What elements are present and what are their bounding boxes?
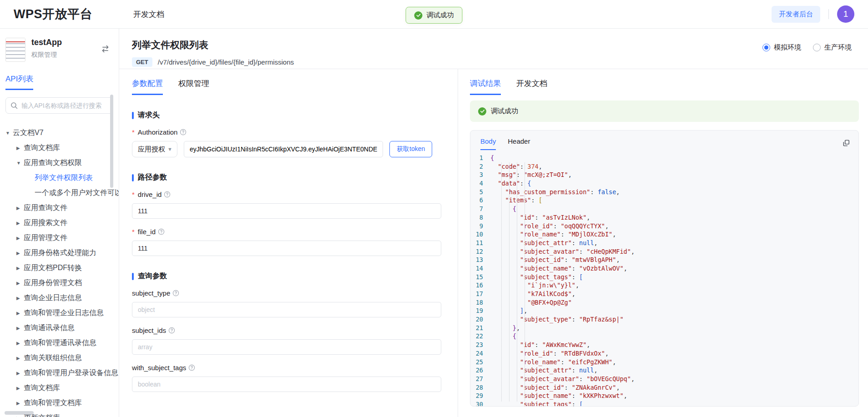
tab-debug-result[interactable]: 调试结果: [470, 78, 501, 95]
help-icon[interactable]: [180, 129, 187, 136]
response-json[interactable]: 1{2 "code": 374,3 "msg": "mcX@;zT=OI",4 …: [470, 150, 858, 406]
tree-item[interactable]: ▶应用文档PDF转换: [5, 261, 113, 276]
caret-right-icon[interactable]: ▶: [16, 371, 24, 376]
caret-right-icon[interactable]: ▶: [16, 311, 24, 316]
radio-dot-mock[interactable]: [762, 44, 770, 51]
caret-right-icon[interactable]: ▶: [16, 206, 24, 211]
tree-item-label: 应用身份管理文档: [24, 278, 82, 288]
radio-mock-env[interactable]: 模拟环境: [762, 43, 801, 52]
nav-dev-docs[interactable]: 开发文档: [133, 9, 164, 20]
tree-item[interactable]: ▼应用查询文档权限: [5, 156, 113, 171]
tree-item[interactable]: ▶查询和管理通讯录信息: [5, 336, 113, 351]
with_subject_tags-input[interactable]: [132, 377, 441, 392]
auth-type-select[interactable]: 应用授权 ▼: [132, 141, 177, 157]
line-number: 22: [470, 332, 490, 341]
code-text: "subject_type": "RpTfaz&sp|": [490, 315, 624, 324]
required-asterisk: *: [132, 228, 135, 236]
tree-item[interactable]: ▶查询和管理文档库: [5, 396, 113, 411]
line-number: 30: [470, 400, 490, 406]
subject_type-field: subject_type: [132, 289, 441, 317]
caret-down-icon[interactable]: ▼: [5, 131, 13, 136]
wps-logo[interactable]: WPS开放平台: [14, 6, 92, 22]
code-line: 19 ],: [470, 306, 858, 315]
code-text: "code": 374,: [490, 162, 542, 171]
tree-item[interactable]: ▶应用管理文件: [5, 231, 113, 246]
tree-item-label: 列举文件权限列表: [35, 173, 93, 183]
tree-item[interactable]: ▶应用身份管理文档: [5, 276, 113, 291]
caret-right-icon[interactable]: ▶: [16, 356, 24, 361]
tab-body[interactable]: Body: [480, 137, 496, 150]
sidebar-vertical-scrollbar[interactable]: [110, 95, 113, 188]
field-label: subject_ids: [132, 327, 166, 334]
tree-item[interactable]: 列举文件权限列表: [5, 171, 113, 186]
debug-result-panel: 调试结果 开发文档 调试成功 Body Header: [458, 69, 868, 417]
environment-switch: 模拟环境 生产环境: [762, 43, 852, 52]
caret-right-icon[interactable]: ▶: [16, 281, 24, 286]
avatar[interactable]: 1: [837, 5, 854, 23]
response-view-tabs: Body Header: [480, 137, 530, 150]
tree-item-label: 应用查询文件: [24, 203, 67, 213]
radio-prod-env[interactable]: 生产环境: [813, 43, 852, 52]
tree-item[interactable]: ▶应用搜索文件: [5, 216, 113, 231]
developer-console-button[interactable]: 开发者后台: [772, 6, 820, 23]
code-line: 29 "subject_name": "kXKPhzwxwt",: [470, 392, 858, 400]
caret-right-icon[interactable]: ▶: [16, 341, 24, 346]
tree-item[interactable]: ▼云文档V7: [5, 126, 113, 141]
line-number: 4: [470, 179, 490, 188]
tree-item[interactable]: ▶查询文档库: [5, 381, 113, 396]
radio-dot-prod[interactable]: [813, 44, 821, 51]
search-input[interactable]: [21, 102, 108, 109]
result-tabs: 调试结果 开发文档: [470, 78, 859, 95]
help-icon[interactable]: [188, 364, 195, 371]
code-text: "i`jn:w\"y}l",: [490, 281, 579, 290]
subject_ids-input[interactable]: [132, 339, 441, 355]
caret-right-icon[interactable]: ▶: [16, 326, 24, 331]
caret-right-icon[interactable]: ▶: [16, 221, 24, 226]
help-icon[interactable]: [164, 191, 171, 198]
caret-right-icon[interactable]: ▶: [16, 266, 24, 271]
tree-item[interactable]: ▶应用查询文件: [5, 201, 113, 216]
open-in-window-icon[interactable]: [843, 139, 850, 149]
code-line: 30 "subject_tags": [: [470, 400, 858, 406]
help-icon[interactable]: [172, 290, 179, 296]
caret-right-icon[interactable]: ▶: [16, 236, 24, 241]
tab-param-config[interactable]: 参数配置: [132, 78, 163, 95]
subject_type-input[interactable]: [132, 302, 441, 317]
caret-right-icon[interactable]: ▶: [16, 386, 24, 391]
field-label: with_subject_tags: [132, 364, 186, 372]
file_id-input[interactable]: [132, 241, 441, 256]
caret-right-icon[interactable]: ▶: [16, 146, 24, 151]
tree-item[interactable]: ▶查询和管理企业日志信息: [5, 306, 113, 321]
api-search-box[interactable]: [5, 97, 113, 114]
tab-api-list[interactable]: API列表: [5, 74, 33, 90]
code-line: 12 "subject_avatar": "cHeQpKMFid",: [470, 247, 858, 256]
tree-item[interactable]: ▶查询企业日志信息: [5, 291, 113, 306]
tree-item[interactable]: ▶应用身份格式处理能力: [5, 246, 113, 261]
sidebar-horizontal-scrollbar[interactable]: [5, 411, 34, 415]
drive_id-input[interactable]: [132, 203, 441, 219]
caret-down-icon[interactable]: ▼: [16, 161, 24, 166]
token-input[interactable]: [184, 141, 383, 157]
code-line: 16 "i`jn:w\"y}l",: [470, 281, 858, 290]
caret-right-icon[interactable]: ▶: [16, 251, 24, 256]
api-path: /v7/drives/{drive_id}/files/{file_id}/pe…: [158, 58, 294, 66]
tree-item[interactable]: ▶查询通讯录信息: [5, 321, 113, 336]
caret-right-icon[interactable]: ▶: [16, 296, 24, 301]
line-number: 9: [470, 222, 490, 231]
code-text: {: [490, 332, 516, 341]
get-token-button[interactable]: 获取token: [389, 141, 432, 157]
help-icon[interactable]: [158, 228, 165, 235]
tree-item[interactable]: ▶查询和管理用户登录设备信息: [5, 366, 113, 381]
tree-item[interactable]: ▶查询关联组织信息: [5, 351, 113, 366]
tab-permission-mgmt[interactable]: 权限管理: [178, 78, 209, 95]
drive_id-field: *drive_id: [132, 191, 441, 219]
tab-dev-doc[interactable]: 开发文档: [516, 78, 547, 95]
help-icon[interactable]: [168, 327, 175, 334]
tree-item[interactable]: ▶查询文档库: [5, 141, 113, 156]
tab-header[interactable]: Header: [508, 137, 530, 150]
switch-app-icon[interactable]: [101, 45, 110, 55]
tree-item[interactable]: 一个或多个用户对文件可以进: [5, 186, 113, 201]
caret-right-icon[interactable]: ▶: [16, 401, 24, 406]
tree-item-label: 查询和管理用户登录设备信息: [24, 368, 118, 378]
code-line: 5 "has_custom_permission": false,: [470, 188, 858, 196]
